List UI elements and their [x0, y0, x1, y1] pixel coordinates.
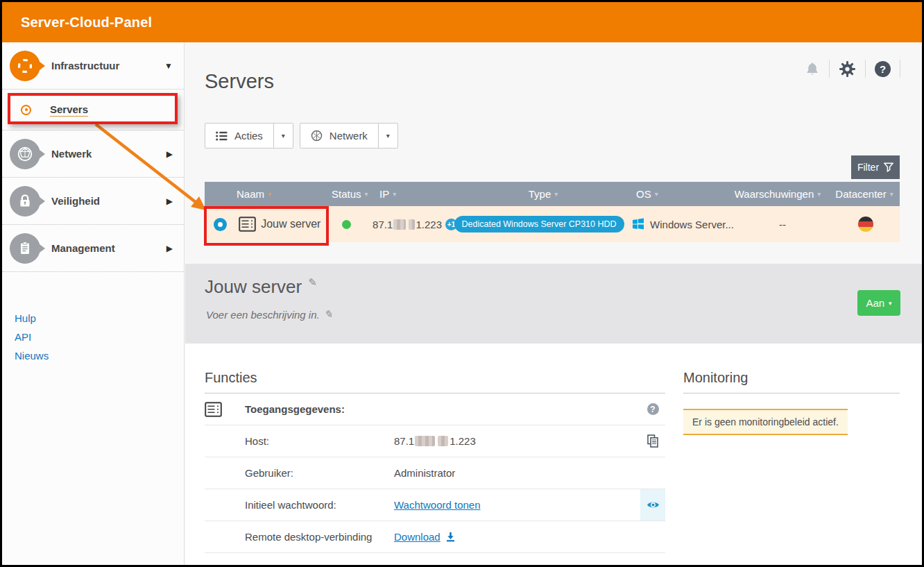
sidebar-item-management[interactable]: Management ▶: [2, 225, 184, 272]
app-title: Server-Cloud-Panel: [21, 15, 152, 31]
row-label: Host:: [245, 435, 394, 447]
column-header-datacenter[interactable]: Datacenter ▾: [829, 188, 900, 200]
column-label: Waarschuwingen: [735, 188, 814, 200]
netwerk-button[interactable]: Netwerk: [300, 123, 379, 149]
filter-button[interactable]: Filter: [851, 155, 900, 179]
sidebar-item-veiligheid[interactable]: Veiligheid ▶: [2, 178, 184, 225]
page-title: Servers: [205, 70, 274, 93]
description-placeholder: Voer een beschrijving in.: [206, 309, 320, 321]
ip-redacted-block: [393, 219, 405, 230]
copy-icon[interactable]: [647, 434, 658, 448]
row-label: Toegangsgegevens:: [245, 403, 394, 415]
main-content: ? Servers Acties ▾: [185, 42, 922, 565]
chevron-down-icon: ▾: [889, 300, 892, 307]
windows-logo-icon: [632, 218, 644, 230]
acties-label: Acties: [234, 130, 263, 142]
sidebar-item-netwerk[interactable]: Netwerk ▶: [2, 130, 184, 178]
toolbar: Acties ▾ Netwerk ▾: [205, 123, 398, 149]
sidebar-link-hulp[interactable]: Hulp: [15, 312, 184, 324]
header-icon-bar: ?: [805, 59, 900, 78]
detail-body: Functies Toegangsgegevens: ?: [185, 344, 922, 565]
column-header-type[interactable]: Type ▾: [461, 188, 625, 200]
netwerk-split-button: Netwerk ▾: [300, 123, 398, 149]
functies-row-toegangsgegevens: Toegangsgegevens: ?: [205, 393, 665, 425]
ip-cell: 87.1 1.223 +1: [370, 219, 457, 230]
column-header-ip[interactable]: IP ▾: [377, 188, 461, 200]
server-detail-header: Jouw server ✎ Voer een beschrijving in. …: [185, 264, 922, 344]
column-label: Datacenter: [835, 188, 886, 200]
ip-prefix: 87.1: [373, 219, 393, 230]
infrastructure-icon: [10, 51, 40, 81]
sidebar-link-api[interactable]: API: [15, 331, 184, 343]
server-type-badge: Dedicated Windows Server CP310 HDD: [454, 216, 624, 232]
server-table-row[interactable]: Jouw server 87.1 1.223 +1 Dedicated Wind…: [205, 206, 900, 242]
chevron-right-icon: ▶: [166, 196, 173, 206]
lock-icon: [10, 186, 40, 217]
notifications-bell-icon[interactable]: [805, 61, 820, 76]
sidebar-item-label: Servers: [50, 103, 88, 117]
help-icon[interactable]: ?: [875, 61, 891, 77]
edit-description-pencil-icon[interactable]: ✎: [324, 308, 333, 321]
help-icon[interactable]: ?: [647, 403, 659, 415]
clipboard-icon: [10, 233, 40, 264]
network-icon: [10, 139, 40, 169]
server-icon: [205, 402, 222, 417]
monitoring-alert: Er is geen monitoringbeleid actief.: [683, 409, 848, 435]
sidebar-item-label: Veiligheid: [51, 195, 166, 207]
sidebar-link-nieuws[interactable]: Nieuws: [15, 350, 184, 362]
servers-table: Naam ▾ Status ▾ IP ▾ Type ▾ OS ▾: [205, 182, 900, 242]
divider: [829, 60, 830, 78]
server-name-cell: Jouw server: [235, 217, 320, 232]
download-rdp-link[interactable]: Download: [394, 531, 440, 543]
column-header-naam[interactable]: Naam ▾: [237, 188, 328, 200]
sidebar-item-servers[interactable]: Servers: [2, 90, 184, 130]
host-ip-prefix: 87.1: [394, 435, 414, 447]
monitoring-title: Monitoring: [683, 370, 900, 393]
sidebar-links: Hulp API Nieuws: [15, 312, 184, 362]
edit-name-pencil-icon[interactable]: ✎: [308, 276, 317, 289]
sidebar-item-label: Infrastructuur: [51, 60, 164, 71]
acties-button[interactable]: Acties: [205, 123, 274, 149]
servers-bullet-icon: [21, 105, 31, 115]
functies-section: Functies Toegangsgegevens: ?: [205, 370, 665, 553]
sort-caret-icon: ▾: [393, 190, 396, 198]
power-state-dropdown[interactable]: Aan ▾: [857, 290, 900, 316]
eye-icon[interactable]: [647, 500, 660, 509]
status-online-dot: [342, 220, 351, 229]
netwerk-dropdown-button[interactable]: ▾: [379, 123, 398, 149]
functies-row-remote-desktop: Remote desktop-verbinding Download: [205, 521, 665, 553]
server-cloud-panel-window: Server-Cloud-Panel Infrastructuur ▼ Serv…: [0, 0, 924, 567]
download-icon[interactable]: [445, 532, 456, 542]
germany-flag-icon: [858, 217, 873, 232]
ip-redacted-block: [415, 436, 435, 446]
os-cell: Windows Server...: [632, 218, 734, 230]
row-label: Gebruiker:: [245, 467, 394, 479]
row-radio-selected[interactable]: [214, 218, 227, 231]
user-value: Administrator: [394, 467, 640, 479]
column-header-status[interactable]: Status ▾: [328, 188, 377, 200]
row-label: Initieel wachtwoord:: [245, 499, 394, 511]
sidebar-item-label: Management: [51, 242, 166, 254]
acties-split-button: Acties ▾: [205, 123, 293, 149]
settings-gear-icon[interactable]: [839, 60, 856, 78]
sort-caret-icon: ▾: [890, 190, 893, 198]
power-state-label: Aan: [866, 297, 884, 309]
acties-dropdown-button[interactable]: ▾: [274, 123, 293, 149]
column-header-os[interactable]: OS ▾: [625, 188, 726, 200]
netwerk-label: Netwerk: [330, 130, 368, 142]
app-header: Server-Cloud-Panel: [2, 2, 922, 42]
show-password-link[interactable]: Wachtwoord tonen: [394, 499, 481, 511]
sort-caret-icon: ▾: [554, 190, 558, 198]
sidebar: Infrastructuur ▼ Servers Netwerk ▶: [2, 42, 185, 565]
sort-caret-icon: ▾: [365, 190, 368, 198]
column-header-waarschuwingen[interactable]: Waarschuwingen ▾: [726, 188, 829, 200]
column-label: OS: [636, 188, 651, 200]
host-value: 87.1 1.223: [394, 435, 640, 447]
ip-redacted-block: [409, 219, 415, 230]
sidebar-item-infrastructuur[interactable]: Infrastructuur ▼: [2, 42, 184, 90]
divider: [865, 60, 866, 78]
ip-redacted-block: [438, 436, 448, 446]
functies-row-initieel-wachtwoord: Initieel wachtwoord: Wachtwoord tonen: [205, 489, 665, 521]
ip-suffix: 1.223: [416, 219, 443, 230]
chevron-right-icon: ▶: [166, 149, 173, 159]
